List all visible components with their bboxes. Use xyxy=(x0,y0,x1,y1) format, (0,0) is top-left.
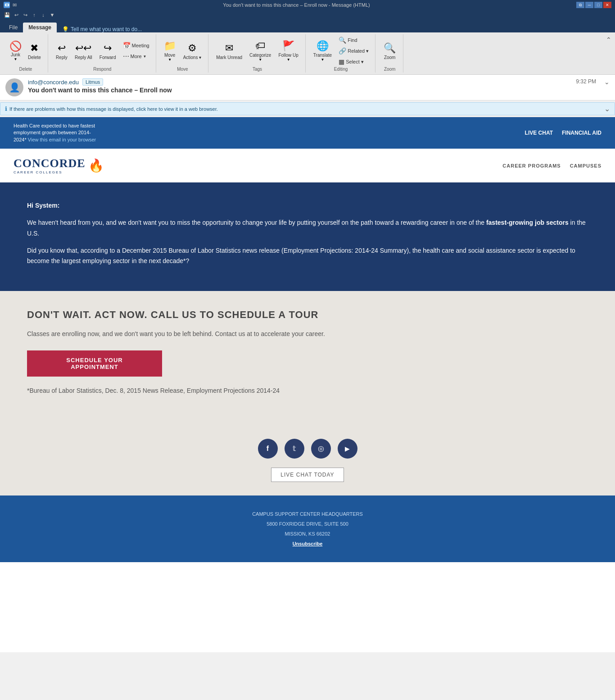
more-respond-button[interactable]: ⋯ More ▼ xyxy=(120,51,152,61)
more-quick-btn[interactable]: ▼ xyxy=(49,11,56,18)
ribbon-collapse-btn[interactable]: ⌃ xyxy=(606,36,611,43)
find-label: Find xyxy=(348,37,357,43)
tab-file[interactable]: File xyxy=(4,23,23,32)
instagram-icon[interactable]: ◎ xyxy=(311,439,331,459)
select-button[interactable]: ▦ Select ▾ xyxy=(336,57,371,67)
save-quick-btn[interactable]: 💾 xyxy=(4,11,11,18)
financial-aid-link[interactable]: FINANCIAL AID xyxy=(562,130,601,136)
zoom-group-label: Zoom xyxy=(384,67,396,72)
tell-me-label[interactable]: Tell me what you want to do... xyxy=(71,26,142,32)
email-top-banner: Health Care expected to have fastest emp… xyxy=(0,117,615,149)
meeting-button[interactable]: 📅 Meeting xyxy=(120,41,152,50)
respond-small-col: 📅 Meeting ⋯ More ▼ xyxy=(120,41,152,61)
move-button[interactable]: 📁 Move ▼ xyxy=(161,38,179,64)
view-in-browser-link[interactable]: View this email in your browser xyxy=(28,137,96,142)
live-chat-button[interactable]: LIVE CHAT TODAY xyxy=(271,468,344,482)
concorde-name: CONCORDE xyxy=(14,157,86,170)
concorde-subtitle: CAREER COLLEGES xyxy=(14,170,86,174)
email-logo-area: CONCORDE CAREER COLLEGES 🔥 CAREER PROGRA… xyxy=(0,149,615,182)
banner-right-links: LIVE CHAT FINANCIAL AID xyxy=(525,130,601,136)
unsubscribe-link[interactable]: Unsubscribe xyxy=(293,541,323,546)
footnote: *Bureau of Labor Statistics, Dec. 8, 201… xyxy=(27,386,588,396)
reply-label: Reply xyxy=(56,55,68,60)
zoom-button[interactable]: 🔍 Zoom xyxy=(380,40,399,62)
reply-all-label: Reply All xyxy=(75,55,92,60)
move-buttons: 📁 Move ▼ ⚙ Actions ▾ xyxy=(161,35,205,67)
ribbon-tabs: File Message 💡 Tell me what you want to … xyxy=(0,20,615,32)
minimize-btn[interactable]: ─ xyxy=(585,2,593,8)
editing-buttons: 🌐 Translate ▼ 🔍 Find 🔗 Related ▾ ▦ Selec… xyxy=(310,35,371,67)
reply-all-button[interactable]: ↩↩ Reply All xyxy=(72,40,95,62)
close-btn[interactable]: ✕ xyxy=(603,2,611,8)
tags-buttons: ✉ Mark Unread 🏷 Categorize ▼ 🚩 Follow Up… xyxy=(213,35,302,67)
email-padding-area xyxy=(0,562,615,652)
find-button[interactable]: 🔍 Find xyxy=(336,35,371,45)
ribbon-collapse-area: ⌃ xyxy=(606,34,611,73)
email-nav: CAREER PROGRAMS CAMPUSES xyxy=(502,163,601,168)
twitter-icon[interactable]: 𝕥 xyxy=(285,439,304,459)
flag-icon: 🚩 xyxy=(282,40,294,52)
actions-button[interactable]: ⚙ Actions ▾ xyxy=(180,40,205,62)
fb-symbol: f xyxy=(267,445,269,453)
greeting: Hi System: xyxy=(27,202,59,209)
zoom-label: Zoom xyxy=(384,55,396,60)
cat-dropdown: ▼ xyxy=(258,58,262,62)
ribbon-group-respond: ↩ Reply ↩↩ Reply All ↪ Forward 📅 Meeting… xyxy=(49,34,156,73)
follow-up-button[interactable]: 🚩 Follow Up ▼ xyxy=(275,38,301,64)
meeting-icon: 📅 xyxy=(123,42,131,49)
junk-icon: 🚫 xyxy=(9,41,22,52)
categorize-icon: 🏷 xyxy=(255,40,265,52)
sender-info: info@concorde.edu Litmus xyxy=(28,78,571,86)
ribbon-group-editing: 🌐 Translate ▼ 🔍 Find 🔗 Related ▾ ▦ Selec… xyxy=(307,34,375,73)
redo-quick-btn[interactable]: ↪ xyxy=(22,11,29,18)
footer-line1: CAMPUS SUPPORT CENTER HEADQUARTERS xyxy=(14,509,601,519)
actions-icon: ⚙ xyxy=(188,42,197,54)
campuses-link[interactable]: CAMPUSES xyxy=(570,163,601,168)
schedule-button[interactable]: SCHEDULE YOUR APPOINTMENT xyxy=(27,350,162,377)
delete-button[interactable]: ✖ Delete xyxy=(25,40,44,62)
lightbulb-icon: 💡 xyxy=(62,26,69,32)
message-actions: ⌄ xyxy=(604,78,610,96)
email-dark-section: Hi System: We haven't heard from you, an… xyxy=(0,182,615,291)
categorize-button[interactable]: 🏷 Categorize ▼ xyxy=(246,38,274,64)
avatar: 👤 xyxy=(5,78,23,96)
mark-unread-button[interactable]: ✉ Mark Unread xyxy=(213,40,245,62)
reply-button[interactable]: ↩ Reply xyxy=(53,40,71,62)
app-name: ✉ xyxy=(13,2,17,8)
email-footer: CAMPUS SUPPORT CENTER HEADQUARTERS 5800 … xyxy=(0,495,615,562)
banner-year-text: 2024* xyxy=(14,137,28,142)
info-text: If there are problems with how this mess… xyxy=(9,106,218,112)
info-bar[interactable]: ℹ If there are problems with how this me… xyxy=(0,102,615,115)
reply-all-icon: ↩↩ xyxy=(75,42,91,54)
junk-button[interactable]: 🚫 Junk ▼ xyxy=(7,38,24,64)
sender-email: info@concorde.edu xyxy=(28,79,79,86)
forward-button[interactable]: ↪ Forward xyxy=(96,40,119,62)
tell-me-area: 💡 Tell me what you want to do... xyxy=(62,26,142,32)
junk-label: Junk xyxy=(11,52,20,57)
banner-growth-text: employment growth between 2014- xyxy=(14,130,91,135)
expand-header-btn[interactable]: ⌄ xyxy=(604,78,610,86)
related-label: Related ▾ xyxy=(348,48,369,54)
down-quick-btn[interactable]: ↓ xyxy=(40,11,47,18)
find-icon: 🔍 xyxy=(339,36,346,44)
maximize-btn[interactable]: □ xyxy=(594,2,602,8)
litmus-badge[interactable]: Litmus xyxy=(82,78,103,86)
up-quick-btn[interactable]: ↑ xyxy=(31,11,38,18)
tab-message[interactable]: Message xyxy=(23,23,57,32)
translate-icon: 🌐 xyxy=(317,40,329,52)
tw-symbol: 𝕥 xyxy=(293,444,296,453)
related-button[interactable]: 🔗 Related ▾ xyxy=(336,46,371,56)
select-label: Select ▾ xyxy=(346,59,364,65)
restore-btn[interactable]: ⧉ xyxy=(576,2,584,8)
info-expand-btn[interactable]: ⌄ xyxy=(604,105,610,113)
live-chat-link[interactable]: LIVE CHAT xyxy=(525,130,553,136)
delete-buttons: 🚫 Junk ▼ ✖ Delete xyxy=(7,35,44,67)
envelope-icon: ✉ xyxy=(225,42,233,54)
facebook-icon[interactable]: f xyxy=(258,439,278,459)
undo-quick-btn[interactable]: ↩ xyxy=(13,11,20,18)
concorde-logo: CONCORDE CAREER COLLEGES 🔥 xyxy=(14,157,104,174)
career-programs-link[interactable]: CAREER PROGRAMS xyxy=(502,163,561,168)
select-icon: ▦ xyxy=(339,58,344,65)
youtube-icon[interactable]: ▶ xyxy=(338,439,357,459)
translate-button[interactable]: 🌐 Translate ▼ xyxy=(310,38,335,64)
